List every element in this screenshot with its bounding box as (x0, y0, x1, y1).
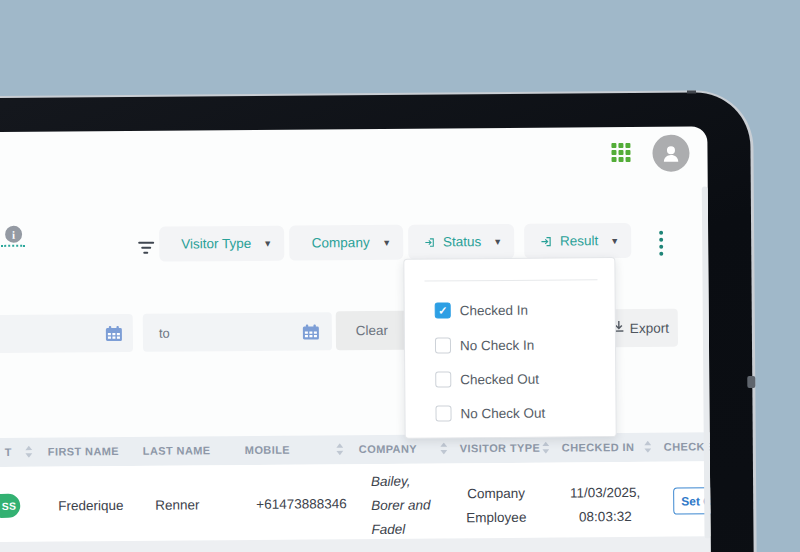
column-company[interactable]: COMPANY (359, 443, 417, 455)
sort-icon[interactable] (440, 442, 448, 454)
option-checked-out[interactable]: Checked Out (435, 370, 539, 389)
company-cell: Bailey, Borer and Fadel (371, 470, 431, 542)
status-dropdown-panel: ✓ Checked In No Check In Checked Out No … (403, 257, 616, 439)
info-icon[interactable]: i (5, 226, 22, 243)
export-button[interactable]: Export (606, 309, 678, 348)
clear-button[interactable]: Clear (336, 311, 408, 351)
export-label: Export (630, 320, 669, 335)
sort-icon[interactable] (25, 446, 33, 458)
first-name-cell: Frederique (58, 498, 123, 514)
sort-icon[interactable] (542, 442, 550, 454)
calendar-icon (105, 324, 123, 341)
chevron-down-icon: ▼ (263, 238, 272, 248)
checkbox-checked-icon[interactable]: ✓ (435, 302, 451, 318)
checkbox-icon[interactable] (435, 337, 451, 353)
company-dropdown[interactable]: Company ▼ (289, 225, 403, 261)
visitor-app: i Visitor Type ▼ Company ▼ (0, 126, 712, 552)
date-to-input[interactable]: to (143, 312, 332, 351)
chevron-down-icon: ▼ (493, 236, 502, 246)
option-label: No Check Out (460, 405, 545, 421)
mobile-cell: +61473888346 (256, 496, 347, 512)
user-avatar[interactable] (652, 135, 689, 172)
monitor-frame: i Visitor Type ▼ Company ▼ (0, 90, 758, 552)
sign-in-icon (424, 235, 435, 249)
option-no-check-in[interactable]: No Check In (435, 336, 534, 355)
result-dropdown[interactable]: Result ▼ (524, 223, 631, 259)
option-checked-in[interactable]: ✓ Checked In (435, 301, 528, 320)
visitor-type-dropdown[interactable]: Visitor Type ▼ (159, 226, 284, 262)
person-icon (659, 142, 682, 165)
apps-grid-icon[interactable] (611, 143, 631, 163)
option-label: No Check In (460, 337, 534, 353)
visitor-type-cell: Company Employee (461, 482, 531, 531)
status-label: Status (437, 234, 487, 249)
more-options-icon[interactable] (658, 231, 663, 256)
checkbox-icon[interactable] (435, 405, 451, 421)
column-first-name[interactable]: FIRST NAME (48, 445, 119, 458)
panel-divider (424, 279, 597, 281)
screen: i Visitor Type ▼ Company ▼ (0, 126, 712, 552)
column-visitor-type[interactable]: VISITOR TYPE (460, 442, 540, 455)
clear-label: Clear (356, 323, 388, 338)
date-from-input[interactable] (0, 314, 133, 354)
sign-in-icon (540, 234, 552, 248)
sort-icon[interactable] (336, 443, 344, 455)
column-last-name[interactable]: LAST NAME (143, 444, 211, 457)
option-label: Checked In (460, 302, 528, 318)
calendar-icon (302, 323, 320, 340)
camera-notch (687, 90, 696, 93)
power-button (747, 376, 755, 388)
company-label: Company (305, 235, 376, 251)
checked-in-cell: 11/03/2025, 08:03:32 (566, 481, 644, 530)
chevron-down-icon: ▼ (610, 236, 619, 246)
last-name-cell: Renner (155, 497, 199, 512)
column-mobile[interactable]: MOBILE (245, 444, 290, 456)
info-underline (1, 244, 25, 247)
sort-icon[interactable] (644, 441, 652, 453)
checkbox-icon[interactable] (435, 371, 451, 387)
desktop-background: i Visitor Type ▼ Company ▼ (0, 0, 800, 552)
option-label: Checked Out (460, 371, 539, 387)
to-label: to (159, 325, 170, 340)
status-dropdown-button[interactable]: Status ▼ (408, 224, 514, 260)
option-no-check-out[interactable]: No Check Out (435, 404, 545, 423)
chevron-down-icon: ▼ (382, 237, 391, 247)
visitor-type-label: Visitor Type (175, 236, 257, 252)
column-result-partial[interactable]: T (5, 446, 12, 458)
column-checked-in[interactable]: CHECKED IN (562, 441, 635, 454)
filter-lines-icon (137, 242, 154, 254)
result-label: Result (554, 233, 604, 248)
